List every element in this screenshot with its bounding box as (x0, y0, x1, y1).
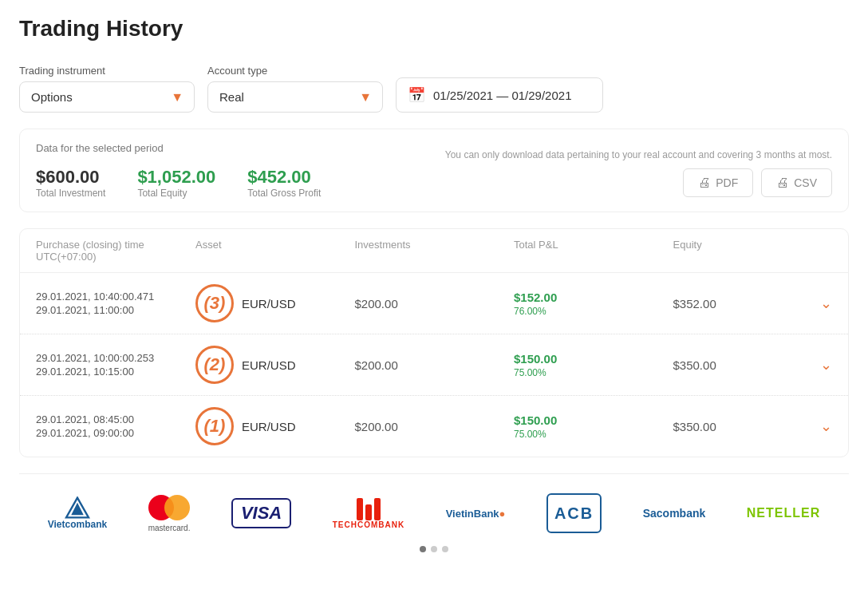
asset-name-1: EUR/USD (242, 358, 296, 372)
col-header-time-line1: Purchase (closing) time (36, 239, 195, 251)
equity-value-0: $352.00 (673, 297, 716, 310)
date-range-filter: Date 📅 01/25/2021 — 01/29/2021 (396, 61, 603, 113)
trading-instrument-label: Trading instrument (19, 65, 195, 77)
investment-cell-1: $200.00 (355, 358, 515, 372)
trading-instrument-select-wrapper[interactable]: Options ▼ (19, 81, 195, 113)
techcombank-logo: TECHCOMBANK (333, 493, 404, 533)
acb-logo: ACB (546, 493, 602, 533)
summary-stats: $600.00 Total Investment $1,052.00 Total… (36, 167, 321, 199)
pdf-icon: 🖨 (698, 176, 711, 190)
col-header-asset: Asset (195, 239, 355, 263)
techcombank-bar-2 (365, 504, 372, 520)
time-cell-2: 29.01.2021, 08:45:00 29.01.2021, 09:00:0… (36, 413, 195, 439)
vietcombank-text: Vietcombank (48, 519, 107, 530)
pnl-value-1: $150.00 (514, 352, 673, 366)
time-close-2: 29.01.2021, 09:00:00 (36, 427, 195, 439)
visa-text: VISA (231, 498, 291, 528)
trading-instrument-filter: Trading instrument Options ▼ (19, 65, 195, 113)
asset-cell-0: (3) EUR/USD (195, 284, 355, 322)
col-header-equity: Equity (673, 239, 833, 263)
total-gross-profit-value: $452.00 (247, 167, 311, 188)
total-investment-label: Total Investment (36, 188, 105, 199)
expand-row-0-icon[interactable]: ⌄ (820, 295, 832, 312)
total-gross-profit-label: Total Gross Profit (247, 188, 321, 199)
export-pdf-button[interactable]: 🖨 PDF (683, 168, 753, 197)
time-open-0: 29.01.2021, 10:40:00.471 (36, 291, 195, 303)
account-type-select[interactable]: Real (207, 81, 383, 113)
equity-cell-2: $350.00 ⌄ (673, 417, 833, 435)
summary-header-row: Data for the selected period You can onl… (36, 142, 832, 167)
pnl-value-0: $152.00 (514, 291, 673, 304)
trading-table: Purchase (closing) time UTC(+07:00) Asse… (19, 228, 849, 457)
expand-row-2-icon[interactable]: ⌄ (820, 417, 832, 435)
pdf-label: PDF (716, 176, 738, 189)
date-range-picker[interactable]: 📅 01/25/2021 — 01/29/2021 (396, 77, 603, 113)
time-close-1: 29.01.2021, 10:15:00 (36, 366, 195, 378)
total-investment-value: $600.00 (36, 167, 100, 188)
summary-period-label: Data for the selected period (36, 142, 164, 154)
csv-icon: 🖨 (776, 176, 789, 190)
expand-row-1-icon[interactable]: ⌄ (820, 356, 832, 374)
investment-cell-2: $200.00 (355, 420, 515, 433)
account-type-label: Account type (207, 65, 383, 77)
date-range-text: 01/25/2021 — 01/29/2021 (433, 89, 571, 102)
time-open-1: 29.01.2021, 10:00:00.253 (36, 352, 195, 364)
export-csv-button[interactable]: 🖨 CSV (761, 168, 832, 197)
table-row: 29.01.2021, 10:40:00.471 29.01.2021, 11:… (20, 273, 848, 334)
dot-1[interactable] (420, 546, 426, 552)
asset-name-0: EUR/USD (242, 297, 296, 310)
pnl-pct-1: 75.00% (514, 367, 673, 378)
page-title: Trading History (19, 16, 849, 42)
mastercard-yellow-circle (164, 495, 190, 520)
trading-instrument-select[interactable]: Options (19, 81, 195, 113)
csv-label: CSV (794, 176, 817, 189)
total-investment-stat: $600.00 Total Investment (36, 167, 105, 199)
techcombank-icon (357, 498, 381, 520)
calendar-icon: 📅 (408, 86, 425, 104)
neteller-text: NETELLER (747, 506, 820, 520)
time-open-2: 29.01.2021, 08:45:00 (36, 413, 195, 425)
sacombank-logo: Sacombank (643, 493, 706, 533)
payment-logos: Vietcombank mastercard. VISA (19, 493, 849, 546)
total-equity-stat: $1,052.00 Total Equity (137, 167, 215, 199)
asset-cell-1: (2) EUR/USD (195, 346, 355, 384)
sacombank-text: Sacombank (643, 507, 706, 520)
asset-name-2: EUR/USD (242, 420, 296, 433)
pnl-value-2: $150.00 (514, 413, 673, 427)
vietcombank-icon (65, 496, 90, 519)
equity-cell-0: $352.00 ⌄ (673, 295, 833, 312)
table-header: Purchase (closing) time UTC(+07:00) Asse… (20, 229, 848, 273)
dot-2[interactable] (431, 546, 437, 552)
acb-text: ACB (554, 504, 594, 523)
summary-bottom-row: $600.00 Total Investment $1,052.00 Total… (36, 167, 832, 199)
vietinbank-text: VietinBank● (446, 508, 506, 520)
mastercard-logo: mastercard. (148, 493, 191, 533)
total-equity-value: $1,052.00 (137, 167, 215, 188)
filters-row: Trading instrument Options ▼ Account typ… (19, 61, 849, 113)
trade-number-0: (3) (195, 284, 234, 322)
account-type-filter: Account type Real ▼ (207, 65, 383, 113)
vietcombank-logo: Vietcombank (48, 493, 107, 533)
visa-logo: VISA (231, 493, 291, 533)
asset-cell-2: (1) EUR/USD (195, 407, 355, 445)
payment-dots (19, 546, 849, 565)
time-close-0: 29.01.2021, 11:00:00 (36, 304, 195, 316)
pnl-cell-2: $150.00 75.00% (514, 413, 673, 440)
table-body: 29.01.2021, 10:40:00.471 29.01.2021, 11:… (20, 273, 848, 457)
pnl-pct-0: 76.00% (514, 306, 673, 317)
table-row: 29.01.2021, 08:45:00 29.01.2021, 09:00:0… (20, 396, 848, 457)
dot-3[interactable] (442, 546, 448, 552)
pnl-pct-2: 75.00% (514, 429, 673, 440)
techcombank-bar-3 (374, 498, 381, 520)
mastercard-text: mastercard. (148, 524, 191, 532)
account-type-select-wrapper[interactable]: Real ▼ (207, 81, 383, 113)
col-header-investments: Investments (355, 239, 515, 263)
equity-cell-1: $350.00 ⌄ (673, 356, 833, 374)
summary-note: You can only download data pertaining to… (164, 149, 832, 160)
time-cell-0: 29.01.2021, 10:40:00.471 29.01.2021, 11:… (36, 291, 195, 316)
pnl-cell-0: $152.00 76.00% (514, 291, 673, 317)
neteller-logo: NETELLER (747, 493, 820, 533)
techcombank-text: TECHCOMBANK (333, 520, 404, 529)
total-gross-profit-stat: $452.00 Total Gross Profit (247, 167, 321, 199)
table-row: 29.01.2021, 10:00:00.253 29.01.2021, 10:… (20, 334, 848, 396)
